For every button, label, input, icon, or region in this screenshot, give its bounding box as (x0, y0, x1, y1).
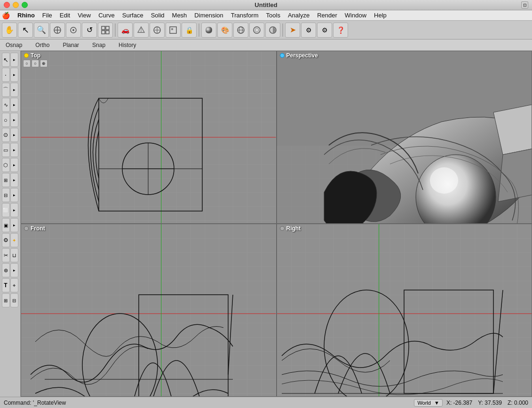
mesh-btn[interactable] (134, 23, 149, 38)
array-sub-btn[interactable]: ▸ (10, 188, 18, 202)
viewport-front[interactable]: Front OceanofDMG (21, 224, 277, 397)
viewport-right-indicator (280, 226, 285, 231)
point-sub-btn[interactable]: ▸ (10, 68, 18, 82)
poly-btn[interactable]: ⬡ (2, 158, 10, 172)
hand-tool-btn[interactable]: ✋ (2, 23, 17, 38)
bottom-btn[interactable]: ⊟ (10, 293, 18, 307)
extrude-btn[interactable]: ▣ (2, 218, 10, 232)
snap-toggle[interactable]: Snap (90, 41, 107, 49)
menu-surface[interactable]: Surface (119, 11, 147, 20)
zoom-all-btn[interactable] (50, 23, 65, 38)
settings-2-btn[interactable]: ⚙ (317, 23, 332, 38)
render-shaded-btn[interactable] (201, 23, 216, 38)
history-toggle[interactable]: History (117, 41, 138, 49)
menu-solid[interactable]: Solid (147, 11, 168, 20)
menu-file[interactable]: File (39, 11, 56, 20)
viewports: Top ○ ○ ⊕ (21, 51, 532, 397)
surface-pair: ⬜ ▸ (2, 203, 19, 217)
gear-pair: ⚙ ✦ (2, 233, 19, 247)
lock-btn[interactable]: 🔒 (182, 23, 197, 38)
analyze-sub-btn[interactable]: ▸ (10, 263, 18, 277)
select-sub-btn[interactable]: ▸ (10, 53, 18, 67)
menu-view[interactable]: View (74, 11, 95, 20)
transform-sub-btn[interactable]: ▸ (10, 173, 18, 187)
cursor-tool-btn[interactable]: ↖ (18, 23, 33, 38)
circle-sub-btn[interactable]: ▸ (10, 113, 18, 127)
vp-top-btn2[interactable]: ○ (32, 60, 39, 67)
circle-btn[interactable]: ○ (2, 113, 10, 127)
point-btn[interactable]: · (2, 68, 10, 82)
rect-sub-btn[interactable]: ▸ (10, 143, 18, 157)
viewport-perspective-header: Perspective (277, 51, 321, 60)
curve-sub-btn[interactable]: ▸ (10, 83, 18, 97)
zoom-in-btn[interactable]: 🔍 (34, 23, 49, 38)
osnap-toggle[interactable]: Osnap (4, 41, 24, 49)
color-wheel-btn[interactable]: 🎨 (217, 23, 232, 38)
minimize-button[interactable] (13, 2, 19, 8)
ortho-toggle[interactable]: Ortho (33, 41, 51, 49)
viewport-perspective[interactable]: Perspective (277, 51, 532, 224)
gear-btn[interactable]: ⚙ (2, 233, 10, 247)
surface-sub-btn[interactable]: ▸ (10, 203, 18, 217)
vp-top-btn3[interactable]: ⊕ (40, 60, 48, 67)
trim-btn[interactable]: ✂ (2, 248, 10, 262)
status-bar: Command: '_RotateView World ▼ X: -26.387… (0, 397, 532, 408)
menu-edit[interactable]: Edit (56, 11, 74, 20)
menu-help[interactable]: Help (370, 11, 390, 20)
gear-sub-btn[interactable]: ✦ (10, 233, 18, 247)
array-btn[interactable]: ⊟ (2, 188, 10, 202)
apple-logo[interactable]: 🍎 (2, 12, 10, 19)
display-mode-btn[interactable] (249, 23, 264, 38)
pan-btn[interactable] (150, 23, 165, 38)
poly-sub-btn[interactable]: ▸ (10, 158, 18, 172)
ellipse-sub-btn[interactable]: ▸ (10, 128, 18, 142)
help-btn[interactable]: ❓ (333, 23, 348, 38)
settings-1-btn[interactable]: ⚙ (301, 23, 316, 38)
zoom-button[interactable]: ⊡ (521, 1, 528, 8)
menu-mesh[interactable]: Mesh (168, 11, 191, 20)
select-btn[interactable]: ↖ (2, 53, 10, 67)
menu-dimension[interactable]: Dimension (191, 11, 227, 20)
text-btn[interactable]: T (2, 278, 10, 292)
rect-btn[interactable]: ▭ (2, 143, 10, 157)
menu-render[interactable]: Render (313, 11, 341, 20)
zoom-selected-btn[interactable] (66, 23, 81, 38)
menu-rhino[interactable]: Rhino (14, 11, 39, 20)
toolbar: ✋ ↖ 🔍 ↺ 🚗 🔒 🎨 ➤ ⚙ ⚙ ❓ (0, 21, 532, 39)
menu-analyze[interactable]: Analyze (284, 11, 313, 20)
curve-free-sub-btn[interactable]: ▸ (10, 98, 18, 112)
menu-window[interactable]: Window (341, 11, 370, 20)
maximize-button[interactable] (22, 2, 28, 8)
analyze-btn[interactable]: ⊛ (2, 263, 10, 277)
main-layout: ↖ ▸ · ▸ ⌒ ▸ ∿ ▸ ○ ▸ ⊙ ▸ ▭ ▸ (0, 51, 532, 397)
surface-btn[interactable]: ⬜ (2, 203, 10, 217)
transform-btn[interactable]: ⊞ (2, 173, 10, 187)
rotate-view-btn[interactable]: ↺ (82, 23, 97, 38)
toolbar-sep-3 (282, 24, 283, 37)
arrow-right-btn[interactable]: ➤ (285, 23, 300, 38)
menu-curve[interactable]: Curve (95, 11, 119, 20)
dim-btn[interactable]: ⌖ (10, 278, 18, 292)
curve-free-btn[interactable]: ∿ (2, 98, 10, 112)
close-button[interactable] (4, 2, 10, 8)
y-coord: Y: 37.539 (478, 400, 502, 406)
menu-tools[interactable]: Tools (262, 11, 284, 20)
window-controls (4, 2, 28, 8)
world-dropdown[interactable]: World ▼ (414, 399, 442, 407)
named-view-btn[interactable] (166, 23, 181, 38)
shading-btn[interactable] (265, 23, 280, 38)
join-btn[interactable]: ⊔ (10, 248, 18, 262)
layer-btn[interactable]: ⊞ (2, 293, 10, 307)
globe-btn[interactable] (233, 23, 248, 38)
viewport-front-svg (21, 224, 276, 396)
vp-top-btn1[interactable]: ○ (23, 60, 31, 67)
menu-transform[interactable]: Transform (227, 11, 262, 20)
viewport-right[interactable]: Right (277, 224, 532, 397)
viewport-top[interactable]: Top ○ ○ ⊕ (21, 51, 277, 224)
viewport-layout-btn[interactable] (98, 23, 113, 38)
car-icon-btn[interactable]: 🚗 (118, 23, 133, 38)
planar-toggle[interactable]: Planar (61, 41, 81, 49)
ellipse-btn[interactable]: ⊙ (2, 128, 10, 142)
extrude-sub-btn[interactable]: ▸ (10, 218, 18, 232)
curve-arc-btn[interactable]: ⌒ (2, 83, 10, 97)
